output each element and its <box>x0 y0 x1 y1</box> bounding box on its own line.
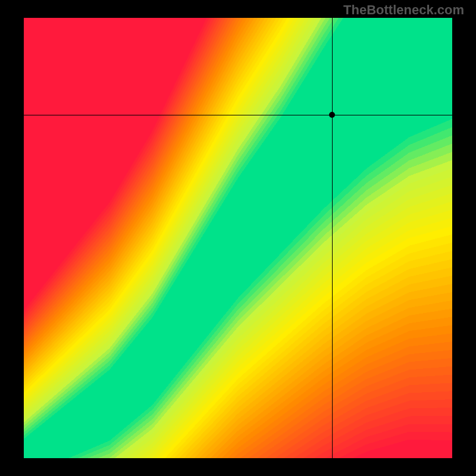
chart-container: TheBottleneck.com <box>0 0 476 476</box>
plot-area <box>24 18 452 458</box>
marker-point <box>329 112 335 118</box>
watermark-text: TheBottleneck.com <box>343 2 464 18</box>
crosshair-vertical <box>332 18 333 458</box>
crosshair-horizontal <box>24 115 452 115</box>
heatmap-canvas <box>24 18 452 458</box>
